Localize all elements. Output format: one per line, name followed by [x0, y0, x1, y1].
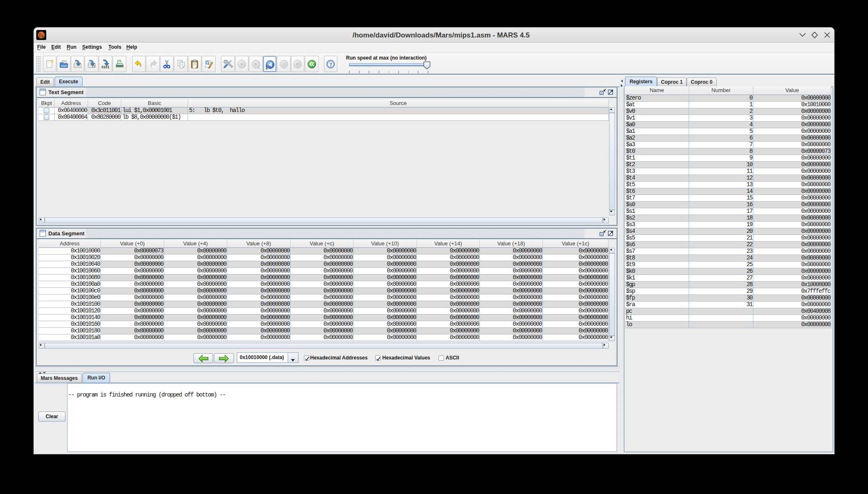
- svg-text:1: 1: [266, 65, 268, 70]
- svg-text:1: 1: [258, 65, 260, 69]
- svg-text:?: ?: [329, 61, 332, 67]
- svg-text:0101: 0101: [102, 65, 110, 69]
